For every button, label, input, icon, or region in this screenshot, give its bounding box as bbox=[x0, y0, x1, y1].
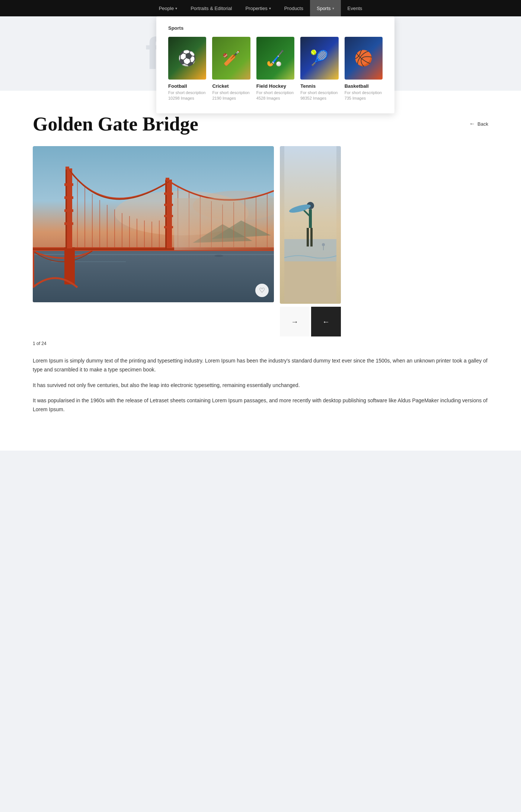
chevron-down-icon: ▾ bbox=[332, 6, 334, 10]
sport-card-football[interactable]: ⚽ Football For short description 10298 I… bbox=[168, 37, 206, 102]
svg-rect-16 bbox=[64, 222, 73, 225]
football-image: ⚽ bbox=[168, 37, 206, 80]
golden-gate-svg bbox=[33, 146, 274, 302]
svg-point-58 bbox=[322, 243, 325, 246]
basketball-image: 🏀 bbox=[345, 37, 383, 80]
svg-rect-17 bbox=[65, 167, 69, 170]
heart-button[interactable]: ♡ bbox=[255, 284, 269, 297]
nav-sports[interactable]: Sports ▾ bbox=[310, 0, 341, 16]
description-para-3: It was popularised in the 1960s with the… bbox=[33, 396, 488, 414]
nav-products[interactable]: Products bbox=[278, 0, 310, 16]
svg-rect-13 bbox=[64, 183, 73, 186]
svg-rect-20 bbox=[164, 193, 173, 195]
svg-rect-24 bbox=[166, 178, 169, 181]
prev-image-button[interactable]: ← bbox=[311, 307, 341, 336]
page-title: Golden Gate Bridge bbox=[33, 113, 198, 135]
svg-rect-51 bbox=[284, 261, 336, 302]
dropdown-title: Sports bbox=[168, 25, 383, 31]
nav-people[interactable]: People ▾ bbox=[152, 0, 184, 16]
svg-rect-19 bbox=[165, 180, 167, 248]
nav-portraits[interactable]: Portraits & Editorial bbox=[184, 0, 239, 16]
back-arrow-icon: ← bbox=[469, 120, 475, 127]
cricket-image: 🏏 bbox=[212, 37, 250, 80]
main-nav: People ▾ Portraits & Editorial Propertie… bbox=[0, 0, 521, 16]
main-image: ♡ bbox=[33, 146, 274, 302]
sport-card-tennis[interactable]: 🎾 Tennis For short description 98352 Ima… bbox=[300, 37, 338, 102]
sport-card-fieldhockey[interactable]: 🏑 Field Hockey For short description 452… bbox=[256, 37, 294, 102]
svg-rect-11 bbox=[67, 168, 72, 248]
image-counter: 1 of 24 bbox=[0, 336, 521, 349]
main-image-container: ♡ bbox=[33, 146, 274, 336]
nav-arrows: → ← bbox=[280, 307, 341, 336]
svg-rect-23 bbox=[164, 226, 173, 228]
svg-rect-55 bbox=[307, 228, 309, 246]
description-para-1: Lorem Ipsum is simply dummy text of the … bbox=[33, 357, 488, 374]
svg-rect-14 bbox=[64, 196, 73, 199]
side-image-svg bbox=[280, 146, 341, 302]
description-para-2: It has survived not only five centuries,… bbox=[33, 381, 488, 390]
nav-events[interactable]: Events bbox=[341, 0, 369, 16]
svg-rect-56 bbox=[310, 228, 313, 246]
next-image-button[interactable]: → bbox=[280, 307, 310, 336]
svg-rect-12 bbox=[65, 168, 67, 248]
svg-rect-21 bbox=[164, 204, 173, 206]
sports-grid: ⚽ Football For short description 10298 I… bbox=[168, 37, 383, 102]
nav-properties[interactable]: Properties ▾ bbox=[239, 0, 277, 16]
svg-point-48 bbox=[214, 255, 223, 257]
sport-card-cricket[interactable]: 🏏 Cricket For short description 2190 Ima… bbox=[212, 37, 250, 102]
chevron-down-icon: ▾ bbox=[175, 6, 177, 10]
back-button[interactable]: ← Back bbox=[469, 120, 488, 127]
gallery-section: ♡ bbox=[0, 146, 521, 336]
svg-rect-46 bbox=[174, 198, 274, 250]
tennis-image: 🎾 bbox=[300, 37, 338, 80]
side-panel: → ← bbox=[280, 146, 341, 336]
svg-rect-18 bbox=[167, 180, 172, 248]
side-image bbox=[280, 146, 341, 304]
main-content: Golden Gate Bridge ← Back bbox=[0, 91, 521, 451]
chevron-down-icon: ▾ bbox=[269, 6, 271, 10]
sport-card-basketball[interactable]: 🏀 Basketball For short description 735 I… bbox=[345, 37, 383, 102]
svg-rect-22 bbox=[164, 215, 173, 217]
svg-rect-53 bbox=[309, 209, 312, 228]
svg-rect-10 bbox=[64, 247, 75, 284]
description-section: Lorem Ipsum is simply dummy text of the … bbox=[0, 349, 521, 428]
sports-dropdown: Sports ⚽ Football For short description … bbox=[156, 16, 394, 113]
fieldhockey-image: 🏑 bbox=[256, 37, 294, 80]
svg-rect-15 bbox=[64, 209, 73, 212]
